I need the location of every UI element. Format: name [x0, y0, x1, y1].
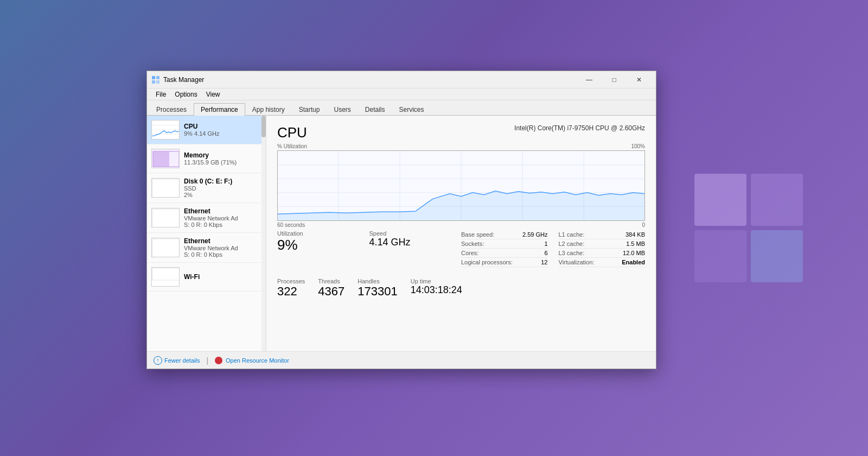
- sidebar-item-wifi[interactable]: Wi-Fi: [147, 263, 266, 292]
- info-cores: Cores: 6: [461, 249, 548, 258]
- info-virt: Virtualization: Enabled: [559, 258, 646, 267]
- fewer-details-text: Fewer details: [164, 357, 200, 364]
- maximize-button[interactable]: □: [602, 71, 627, 88]
- tabbar: Processes Performance App history Startu…: [147, 100, 656, 116]
- cpu-sidebar-info: CPU 9% 4.14 GHz: [184, 123, 261, 137]
- memory-sidebar-info: Memory 11.3/15.9 GB (71%): [184, 151, 261, 166]
- threads-value: 4367: [318, 284, 344, 299]
- ethernet1-sidebar-name: Ethernet: [184, 207, 261, 215]
- cores-val: 6: [544, 250, 547, 256]
- menu-options[interactable]: Options: [170, 90, 201, 99]
- win-logo-pane-2: [751, 174, 803, 226]
- l1-val: 384 KB: [626, 231, 645, 238]
- fewer-details-link[interactable]: ↑ Fewer details: [154, 356, 200, 365]
- app-icon: [151, 75, 160, 84]
- svg-rect-18: [152, 268, 180, 281]
- info-l2-cache: L2 cache: 1.5 MB: [559, 239, 646, 249]
- speed-label: Speed: [369, 230, 462, 237]
- base-speed-key: Base speed:: [461, 231, 494, 238]
- l2-key: L2 cache:: [559, 240, 585, 247]
- window-controls: — □ ✕: [577, 71, 652, 88]
- wifi-sidebar-name: Wi-Fi: [184, 273, 261, 281]
- tab-app-history[interactable]: App history: [245, 103, 292, 116]
- tab-services[interactable]: Services: [392, 103, 431, 116]
- cpu-chart-svg: [278, 151, 644, 220]
- main-content: CPU 9% 4.14 GHz: [147, 116, 656, 351]
- tab-processes[interactable]: Processes: [149, 103, 194, 116]
- sidebar-item-memory[interactable]: Memory 11.3/15.9 GB (71%): [147, 144, 266, 173]
- sidebar-item-disk[interactable]: Disk 0 (C: E: F:) SSD 2%: [147, 173, 266, 203]
- disk-sidebar-name: Disk 0 (C: E: F:): [184, 178, 261, 185]
- sockets-key: Sockets:: [461, 240, 484, 247]
- close-button[interactable]: ✕: [627, 71, 652, 88]
- info-l3-cache: L3 cache: 12.0 MB: [559, 249, 646, 258]
- menu-view[interactable]: View: [202, 90, 225, 99]
- sidebar-item-ethernet1[interactable]: Ethernet VMware Network Ad S: 0 R: 0 Kbp…: [147, 203, 266, 233]
- chart-x-left: 60 seconds: [277, 222, 305, 228]
- tab-startup[interactable]: Startup: [292, 103, 327, 116]
- logical-val: 12: [541, 259, 547, 265]
- fewer-details-icon: ↑: [154, 356, 162, 365]
- disk-sidebar-info: Disk 0 (C: E: F:) SSD 2%: [184, 178, 261, 198]
- minimize-button[interactable]: —: [577, 71, 602, 88]
- disk-sidebar-sub2: 2%: [184, 192, 261, 198]
- virt-val: Enabled: [622, 259, 645, 265]
- svg-rect-14: [152, 208, 180, 227]
- resource-monitor-link[interactable]: Open Resource Monitor: [215, 357, 289, 364]
- handles-label: Handles: [358, 278, 397, 284]
- ethernet2-sidebar-sub1: VMware Network Ad: [184, 245, 261, 251]
- titlebar: Task Manager — □ ✕: [147, 71, 656, 88]
- stat-uptime: Up time 14:03:18:24: [411, 276, 462, 301]
- sidebar-item-cpu[interactable]: CPU 9% 4.14 GHz: [147, 116, 266, 144]
- tab-users[interactable]: Users: [327, 103, 358, 116]
- info-l1-cache: L1 cache: 384 KB: [559, 230, 646, 239]
- stats-grid: Utilization 9% Speed 4.14 GHz Base speed…: [277, 228, 645, 269]
- resource-monitor-text: Open Resource Monitor: [226, 357, 289, 364]
- task-manager-window: Task Manager — □ ✕ File Options View Pro…: [146, 71, 656, 369]
- tab-details[interactable]: Details: [358, 103, 392, 116]
- panel-title: CPU: [277, 124, 307, 141]
- processes-value: 322: [277, 284, 305, 299]
- svg-rect-12: [152, 179, 180, 198]
- utilization-value: 9%: [277, 237, 369, 254]
- menu-file[interactable]: File: [151, 90, 170, 99]
- ethernet2-sidebar-name: Ethernet: [184, 237, 261, 245]
- sidebar-scrollbar[interactable]: [261, 116, 266, 351]
- ethernet2-sidebar-info: Ethernet VMware Network Ad S: 0 R: 0 Kbp…: [184, 237, 261, 258]
- disk-sidebar-sub1: SSD: [184, 185, 261, 192]
- sidebar-item-ethernet2[interactable]: Ethernet VMware Network Ad S: 0 R: 0 Kbp…: [147, 233, 266, 263]
- wifi-sidebar-info: Wi-Fi: [184, 273, 261, 281]
- win-logo-pane-3: [694, 230, 746, 282]
- uptime-value: 14:03:18:24: [411, 284, 462, 296]
- info-logical: Logical processors: 12: [461, 258, 548, 267]
- chart-x-right: 0: [642, 222, 645, 228]
- processes-label: Processes: [277, 278, 305, 284]
- logical-key: Logical processors:: [461, 259, 513, 265]
- ethernet1-sidebar-sub2: S: 0 R: 0 Kbps: [184, 221, 261, 228]
- window-title: Task Manager: [163, 76, 577, 84]
- cpu-sidebar-name: CPU: [184, 123, 261, 130]
- disk-thumbnail: [151, 178, 180, 198]
- utilization-label: Utilization: [277, 230, 369, 237]
- l3-val: 12.0 MB: [623, 250, 645, 256]
- wifi-thumbnail: [151, 267, 180, 287]
- stat-threads: Threads 4367: [318, 276, 344, 301]
- ethernet1-sidebar-info: Ethernet VMware Network Ad S: 0 R: 0 Kbp…: [184, 207, 261, 228]
- info-base-speed: Base speed: 2.59 GHz: [461, 230, 548, 239]
- footer-separator: |: [206, 356, 208, 365]
- memory-sidebar-sub: 11.3/15.9 GB (71%): [184, 159, 261, 166]
- l3-key: L3 cache:: [559, 250, 585, 256]
- virt-key: Virtualization:: [559, 259, 595, 265]
- memory-sidebar-name: Memory: [184, 151, 261, 159]
- cpu-thumbnail: [151, 120, 180, 140]
- speed-value: 4.14 GHz: [369, 237, 462, 249]
- uptime-label: Up time: [411, 278, 462, 284]
- cores-key: Cores:: [461, 250, 478, 256]
- cpu-chart: [277, 150, 645, 221]
- threads-label: Threads: [318, 278, 344, 284]
- sidebar-scroll: CPU 9% 4.14 GHz: [147, 116, 266, 351]
- sidebar-scrollbar-thumb: [261, 116, 266, 137]
- stat-processes: Processes 322: [277, 276, 305, 301]
- tab-performance[interactable]: Performance: [194, 103, 245, 116]
- l1-key: L1 cache:: [559, 231, 585, 238]
